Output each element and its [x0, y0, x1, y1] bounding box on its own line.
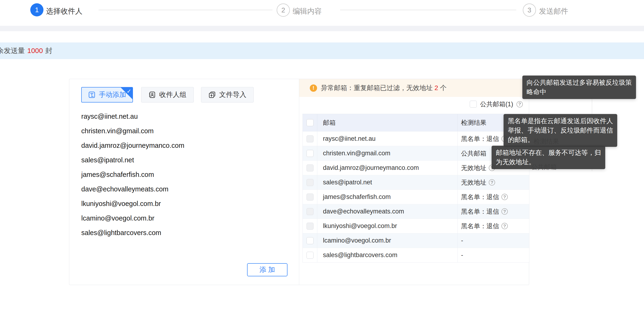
table-row: lkuniyoshi@voegol.com.br黑名单：退信? [303, 219, 529, 233]
step-3-label: 发送邮件 [539, 6, 568, 16]
row-checkbox-cell [303, 190, 317, 204]
step-1-number: 1 [35, 6, 39, 14]
tab-recipient-group-label: 收件人组 [159, 90, 186, 99]
recipient-selection-card: 手动添加 ✓ 收件人组 文件导入 raysc@iinet.net.auchris… [69, 79, 529, 285]
tooltip-public-mailbox: 向公共邮箱发送过多容易被反垃圾策 略命中 [522, 75, 636, 99]
result-help-icon[interactable]: ? [502, 208, 508, 215]
detection-panel: ! 异常邮箱：重复邮箱已过滤，无效地址2个 公共邮箱(1) ? 邮箱 检测结果 … [299, 79, 530, 285]
row-email: james@schaferfish.com [317, 190, 458, 204]
step-connector-1 [99, 10, 272, 10]
alert-invalid-count: 2 [432, 84, 440, 91]
recipient-group-icon [148, 91, 156, 98]
row-checkbox-cell [303, 233, 317, 248]
row-result-text: 黑名单：退信 [461, 222, 499, 230]
row-email: lcamino@voegol.com.br [317, 233, 458, 248]
table-row: lcamino@voegol.com.br- [303, 233, 529, 248]
row-checkbox[interactable] [306, 252, 314, 259]
header-checkbox-cell [303, 114, 317, 131]
step-2-label: 编辑内容 [293, 6, 322, 16]
alert-prefix: 异常邮箱：重复邮箱已过滤，无效地址 [321, 84, 432, 91]
active-tab-check-icon: ✓ [126, 88, 131, 94]
result-help-icon[interactable]: ? [502, 223, 508, 229]
step-3-number: 3 [528, 6, 531, 14]
row-result-text: 无效地址 [461, 178, 486, 187]
row-email: david.jamroz@journeymanco.com [317, 161, 458, 175]
row-email: sales@lightbarcovers.com [317, 248, 458, 262]
row-result-text: 公共邮箱 [461, 149, 486, 158]
step-1-circle: 1 [30, 3, 44, 16]
abnormal-mailbox-alert: ! 异常邮箱：重复邮箱已过滤，无效地址2个 [299, 79, 530, 97]
recipient-email-line: james@schaferfish.com [81, 167, 288, 182]
row-checkbox-cell [303, 248, 317, 262]
table-header-row: 邮箱 检测结果 [303, 114, 529, 131]
row-result-text: 黑名单：退信 [461, 193, 499, 201]
row-checkbox [306, 194, 314, 201]
row-email: raysc@iinet.net.au [317, 132, 458, 146]
row-result: - [458, 248, 529, 262]
recipient-email-line: raysc@iinet.net.au [81, 109, 288, 124]
row-result: 无效地址? [458, 175, 529, 190]
row-result-text: 黑名单：退信 [461, 207, 499, 216]
row-checkbox-cell [303, 219, 317, 233]
step-1-label: 选择收件人 [46, 6, 82, 16]
row-checkbox-cell [303, 161, 317, 175]
row-email: lkuniyoshi@voegol.com.br [317, 219, 458, 233]
recipient-input-area[interactable]: raysc@iinet.net.auchristen.vin@gmail.com… [81, 109, 288, 240]
alert-suffix: 个 [440, 84, 447, 91]
row-result-text: - [461, 252, 463, 259]
recipient-email-line: lkuniyoshi@voegol.com.br [81, 196, 288, 211]
row-result: 黑名单：退信? [458, 219, 529, 233]
row-checkbox [306, 179, 314, 186]
send-quota-suffix: 封 [45, 47, 52, 54]
public-mailbox-help-icon[interactable]: ? [516, 101, 523, 107]
tab-recipient-group[interactable]: 收件人组 [141, 87, 194, 102]
row-checkbox-cell [303, 175, 317, 190]
row-checkbox-cell [303, 132, 317, 146]
send-quota-prefix: 余发送量 [0, 47, 25, 54]
table-row: james@schaferfish.com黑名单：退信? [303, 190, 529, 204]
add-button[interactable]: 添 加 [247, 263, 288, 276]
tooltip-blacklist: 黑名单是指在云邮通发送后因收件人 举报、手动退订、反垃圾邮件而退信 的邮箱。 [504, 114, 617, 147]
row-checkbox [306, 223, 314, 230]
tooltip-invalid-address: 邮箱地址不存在、服务不可达等，归 为无效地址。 [492, 146, 605, 169]
row-result: 黑名单：退信? [458, 190, 529, 204]
step-2-number: 2 [281, 6, 285, 14]
tab-file-import[interactable]: 文件导入 [201, 87, 254, 102]
recipient-email-line: sales@lightbarcovers.com [81, 225, 288, 240]
send-quota-text: 余发送量1000封 [0, 46, 52, 56]
warning-icon: ! [310, 84, 317, 92]
result-help-icon[interactable]: ? [502, 194, 508, 200]
file-import-icon [208, 91, 216, 98]
public-mailbox-checkbox[interactable] [470, 101, 477, 108]
send-quota-count: 1000 [25, 47, 45, 54]
row-result: 黑名单：退信? [458, 204, 529, 219]
recipient-email-line: christen.vin@gmail.com [81, 124, 288, 138]
step-3-circle: 3 [523, 3, 536, 17]
table-row: raysc@iinet.net.au黑名单：退信? [303, 131, 529, 146]
result-help-icon[interactable]: ? [489, 179, 495, 186]
row-checkbox[interactable] [306, 237, 314, 244]
row-email: christen.vin@gmail.com [317, 146, 458, 160]
row-email: sales@ipatrol.net [317, 175, 458, 190]
tab-file-import-label: 文件导入 [219, 90, 246, 99]
abnormal-mailbox-alert-text: 异常邮箱：重复邮箱已过滤，无效地址2个 [321, 83, 447, 92]
header-separator-strip [0, 26, 644, 31]
row-checkbox[interactable] [306, 150, 314, 157]
step-wizard: 1 选择收件人 2 编辑内容 3 发送邮件 [0, 0, 644, 26]
recipient-email-line: sales@ipatrol.net [81, 153, 288, 167]
select-all-checkbox[interactable] [306, 119, 314, 126]
public-mailbox-label: 公共邮箱(1) [480, 100, 513, 108]
step-2-circle: 2 [277, 3, 290, 17]
step-connector-2 [340, 10, 516, 10]
row-result-text: - [461, 237, 463, 244]
row-checkbox [306, 135, 314, 142]
send-quota-banner: 余发送量1000封 [0, 42, 644, 59]
manual-add-icon [88, 91, 96, 98]
row-result-text: 无效地址 [461, 164, 486, 172]
row-checkbox [306, 208, 314, 215]
tab-manual-add[interactable]: 手动添加 ✓ [81, 87, 133, 102]
table-row: sales@ipatrol.net无效地址? [303, 175, 529, 190]
row-checkbox [306, 164, 314, 171]
table-row: dave@echovalleymeats.com黑名单：退信? [303, 204, 529, 219]
detection-result-table: 邮箱 检测结果 raysc@iinet.net.au黑名单：退信?christe… [302, 114, 530, 263]
